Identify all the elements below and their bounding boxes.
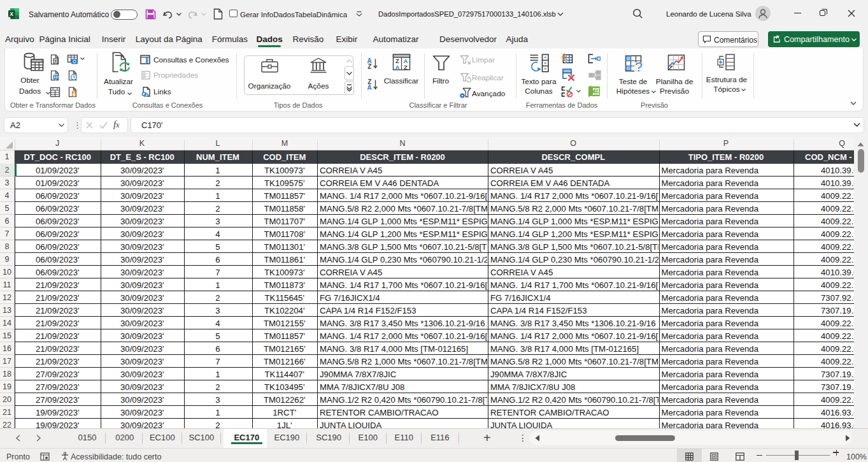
svg-text:?: ? xyxy=(635,59,643,73)
svg-text:Z: Z xyxy=(404,64,408,71)
svg-text:J: J xyxy=(594,90,595,93)
svg-text:Z: Z xyxy=(367,63,371,69)
svg-text:A: A xyxy=(367,84,372,90)
svg-text:X: X xyxy=(10,11,13,17)
svg-text:A: A xyxy=(395,64,400,71)
